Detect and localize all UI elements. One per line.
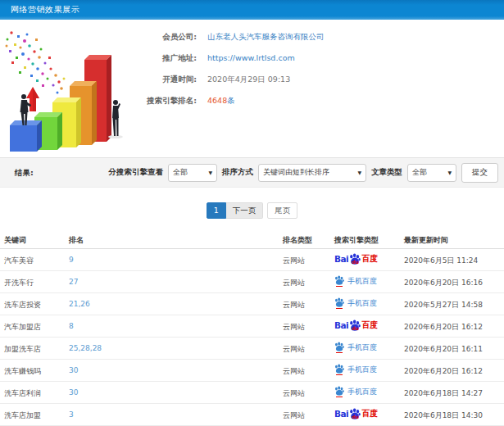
- col-rank-type: 排名类型: [283, 235, 312, 246]
- mobile-baidu-badge: 手机百度: [334, 275, 377, 287]
- engine-filter-select[interactable]: 全部 ▼: [168, 164, 217, 182]
- page-title: 网络营销效果展示: [11, 0, 79, 20]
- result-section-label: 结果:: [15, 158, 34, 187]
- up-arrow-icon: [26, 87, 39, 111]
- promo-url-link[interactable]: https://www.lrtlsd.com: [207, 53, 295, 62]
- mobile-baidu-badge: 手机百度: [334, 364, 377, 375]
- chevron-down-icon: ▼: [447, 170, 452, 175]
- baidu-logo-cn: 百度: [361, 320, 378, 331]
- keyword-cell: 汽车加盟店: [4, 322, 41, 333]
- pagination-page-1[interactable]: 1: [207, 202, 226, 219]
- sort-select[interactable]: 关键词由短到长排序 ▼: [258, 164, 366, 182]
- engine-cell: 手机百度: [334, 386, 377, 397]
- keyword-cell: 汽车美容: [4, 256, 34, 266]
- table-body: 汽车美容9云网站Baidu百度2020年6月5日 11:24开洗车行27云网站手…: [0, 249, 504, 426]
- rank-link[interactable]: 30: [69, 366, 78, 374]
- article-type-select[interactable]: 全部 ▼: [407, 164, 456, 182]
- page: 网络营销效果展示: [0, 0, 504, 426]
- updated-cell: 2020年6月18日 14:30: [404, 410, 483, 421]
- table-row: 汽车美容9云网站Baidu百度2020年6月5日 11:24: [0, 249, 504, 271]
- col-keyword: 关键词: [4, 235, 26, 246]
- rank-link[interactable]: 25,28,28: [69, 344, 102, 352]
- rank-link[interactable]: 30: [69, 388, 78, 397]
- table-row: 加盟洗车店25,28,28云网站手机百度2020年6月20日 16:11: [0, 338, 504, 360]
- mobile-baidu-badge: 手机百度: [334, 297, 377, 309]
- article-type-value: 全部: [412, 167, 427, 178]
- keyword-cell: 加盟洗车店: [4, 344, 41, 355]
- keyword-cell: 洗车店加盟: [4, 410, 41, 421]
- engine-cell: Baidu百度: [334, 320, 378, 331]
- info-row-open-time: 开通时间:2020年4月29日 09:13: [123, 75, 290, 85]
- submit-button[interactable]: 提交: [461, 163, 498, 183]
- mobile-baidu-paw-icon: [334, 342, 344, 353]
- baidu-logo-bai: Bai: [334, 409, 348, 419]
- filter-bar: 结果: 分搜索引擎查看 全部 ▼ 排序方式 关键词由短到长排序 ▼ 文章类型 全…: [0, 157, 504, 188]
- rank-count-label: 搜索引擎排名:: [123, 96, 197, 106]
- keyword-cell: 洗车赚钱吗: [4, 366, 41, 377]
- open-time-value: 2020年4月29日 09:13: [207, 75, 290, 84]
- table-row: 洗车店投资21,26云网站手机百度2020年5月27日 14:58: [0, 293, 504, 315]
- rank-link[interactable]: 21,26: [69, 300, 90, 308]
- baidu-logo-cn: 百度: [361, 408, 378, 419]
- mobile-baidu-underline: [336, 308, 343, 310]
- promo-url-label: 推广地址:: [123, 53, 197, 64]
- rank-type-cell: 云网站: [283, 366, 305, 377]
- baidu-paw-icon: [334, 386, 344, 396]
- table-row: 汽车加盟店8云网站Baidu百度2020年6月20日 16:12: [0, 315, 504, 338]
- keyword-cell: 开洗车行: [4, 278, 34, 288]
- rank-type-cell: 云网站: [283, 278, 305, 288]
- mobile-baidu-label: 手机百度: [347, 298, 377, 309]
- baidu-logo-cn: 百度: [361, 253, 378, 265]
- pagination-last-button[interactable]: 尾页: [267, 202, 297, 219]
- baidu-paw-icon: [334, 364, 344, 374]
- baidu-paw-icon: [334, 297, 344, 307]
- rank-link[interactable]: 3: [69, 410, 74, 419]
- updated-cell: 2020年6月5日 11:24: [404, 256, 478, 266]
- baidu-paw-icon: [334, 342, 344, 351]
- baidu-logo-bai: Bai: [334, 320, 348, 330]
- mobile-baidu-underline: [336, 397, 343, 398]
- updated-cell: 2020年6月20日 16:12: [404, 322, 483, 333]
- rank-link[interactable]: 9: [69, 256, 74, 264]
- engine-cell: 手机百度: [334, 297, 377, 309]
- rank-type-cell: 云网站: [283, 256, 305, 266]
- baidu-paw-icon: du: [349, 408, 361, 419]
- updated-cell: 2020年6月20日 16:12: [404, 366, 483, 377]
- baidu-logo: Baidu百度: [334, 408, 378, 419]
- updated-cell: 2020年6月20日 16:16: [404, 278, 483, 288]
- engine-filter-value: 全部: [173, 167, 188, 178]
- article-type-label: 文章类型: [371, 167, 402, 178]
- rank-link[interactable]: 27: [69, 278, 78, 286]
- filter-controls: 分搜索引擎查看 全部 ▼ 排序方式 关键词由短到长排序 ▼ 文章类型 全部 ▼ …: [109, 163, 499, 183]
- table-row: 开洗车行27云网站手机百度2020年6月20日 16:16: [0, 271, 504, 293]
- rank-link[interactable]: 8: [69, 322, 74, 330]
- member-company-link[interactable]: 山东老人头汽车服务咨询有限公司: [207, 32, 325, 41]
- chevron-down-icon: ▼: [357, 170, 361, 175]
- results-table: 关键词 排名 排名类型 搜索引擎类型 最新更新时间 汽车美容9云网站Baidu百…: [0, 231, 504, 426]
- baidu-logo-bai: Bai: [334, 254, 348, 264]
- baidu-paw-icon: [334, 275, 344, 285]
- info-row-company: 会员公司:山东老人头汽车服务咨询有限公司: [123, 32, 325, 43]
- mobile-baidu-underline: [336, 374, 343, 376]
- engine-cell: Baidu百度: [334, 408, 378, 419]
- table-row: 洗车店利润30云网站手机百度2020年6月18日 14:27: [0, 382, 504, 404]
- confetti-dots: [6, 31, 66, 93]
- mobile-baidu-paw-icon: [334, 297, 344, 309]
- mobile-baidu-paw-icon: [334, 275, 344, 287]
- baidu-logo: Baidu百度: [334, 320, 378, 331]
- mobile-baidu-label: 手机百度: [347, 276, 377, 287]
- sort-value: 关键词由短到长排序: [263, 167, 329, 178]
- open-time-label: 开通时间:: [123, 75, 197, 85]
- table-row: 洗车赚钱吗30云网站手机百度2020年6月20日 16:12: [0, 360, 504, 382]
- mobile-baidu-underline: [336, 352, 343, 354]
- engine-filter-label: 分搜索引擎查看: [109, 167, 164, 178]
- pagination-next-button[interactable]: 下一页: [226, 202, 264, 219]
- col-engine-type: 搜索引擎类型: [334, 235, 379, 246]
- info-row-rank-count: 搜索引擎排名:4648条: [123, 96, 235, 106]
- updated-cell: 2020年6月20日 16:11: [404, 344, 483, 355]
- mobile-baidu-paw-icon: [334, 386, 344, 397]
- engine-cell: 手机百度: [334, 275, 377, 287]
- mobile-baidu-underline: [336, 286, 343, 288]
- updated-cell: 2020年6月18日 14:27: [404, 388, 483, 399]
- mobile-baidu-label: 手机百度: [347, 342, 377, 353]
